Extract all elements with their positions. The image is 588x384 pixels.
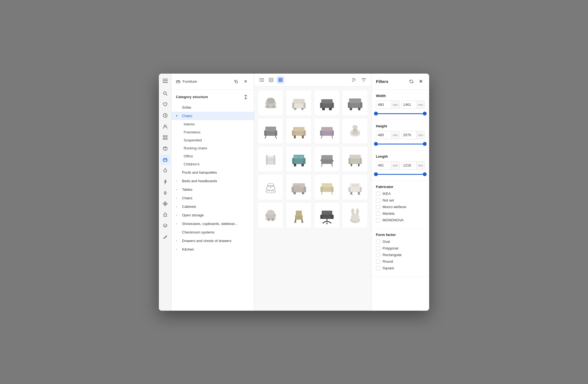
search-icon[interactable]	[160, 88, 170, 98]
product-card-1[interactable]	[258, 90, 284, 116]
close-window-button[interactable]: ✕	[241, 77, 250, 86]
sidebar-item-kitchen[interactable]: › Kitchen	[172, 245, 254, 254]
sidebar-item-beds[interactable]: › Beds and headboards	[172, 177, 254, 185]
sidebar-item-open-storage[interactable]: › Open storage	[172, 211, 254, 219]
filter-length-slider[interactable]	[376, 172, 425, 177]
filter-height-max-input[interactable]	[402, 131, 416, 138]
checkbox-polygonal[interactable]	[376, 246, 380, 251]
filter-formfactor-square[interactable]: Square	[376, 266, 425, 270]
checkbox-oval[interactable]	[376, 240, 380, 244]
sidebar: Furniture ✕ Category structure	[172, 74, 254, 311]
product-card-13[interactable]	[258, 174, 284, 200]
filter-width-slider[interactable]	[376, 111, 425, 116]
pen-icon[interactable]	[160, 232, 170, 242]
checkbox-square[interactable]	[376, 266, 380, 270]
checkbox-martela[interactable]	[376, 211, 380, 216]
tree-icon[interactable]	[160, 210, 170, 220]
cube-icon[interactable]	[160, 144, 170, 154]
product-card-11[interactable]	[314, 146, 340, 172]
filter-formfactor-rectangular[interactable]: Rectangular	[376, 253, 425, 257]
sidebar-item-cabinets[interactable]: › Cabinets	[172, 202, 254, 211]
filter-width-min-input[interactable]	[376, 101, 391, 108]
sort-button[interactable]	[350, 76, 359, 84]
sidebar-sort-button[interactable]	[242, 93, 250, 101]
product-card-15[interactable]	[314, 174, 340, 200]
sidebar-subitem-interior[interactable]: Interior	[172, 120, 254, 128]
restore-button[interactable]	[232, 77, 240, 86]
sidebar-subitem-frameless[interactable]: Frameless	[172, 128, 254, 136]
product-card-5[interactable]	[258, 118, 284, 144]
product-card-4[interactable]	[342, 90, 368, 116]
checkbox-mnogo[interactable]	[376, 205, 380, 209]
range-thumb-max[interactable]	[423, 142, 427, 146]
checkbox-round[interactable]	[376, 259, 380, 264]
heart-icon[interactable]	[160, 100, 170, 109]
range-thumb-min[interactable]	[374, 172, 378, 176]
checkbox-mononova[interactable]	[376, 218, 380, 222]
list-view-button[interactable]	[258, 76, 266, 84]
checkbox-rectangular[interactable]	[376, 253, 380, 257]
svg-line-122	[322, 164, 322, 167]
grid2-icon[interactable]	[160, 133, 170, 143]
product-card-20[interactable]	[342, 202, 368, 228]
clock-icon[interactable]	[160, 111, 170, 120]
sidebar-item-chairs[interactable]: ▾ Chairs	[172, 112, 254, 120]
product-card-7[interactable]	[314, 118, 340, 144]
filter-length-max-input[interactable]	[402, 162, 416, 169]
sidebar-item-showcases[interactable]: › Showcases, cupboards, sideboar...	[172, 219, 254, 228]
filter-fabricator-mnogo[interactable]: Много мебели	[376, 205, 425, 209]
range-thumb-min[interactable]	[374, 112, 378, 116]
furniture-icon[interactable]	[160, 155, 170, 165]
sidebar-subitem-rocking[interactable]: Rocking chairs	[172, 144, 254, 152]
filter-button[interactable]	[360, 76, 368, 84]
sidebar-item-chairs2[interactable]: › Chairs	[172, 194, 254, 202]
sidebar-subitem-suspended[interactable]: Suspended	[172, 136, 254, 144]
product-card-8[interactable]	[342, 118, 368, 144]
product-card-12[interactable]	[342, 146, 368, 172]
filter-length-min-input[interactable]	[376, 162, 391, 169]
grid-sm-view-button[interactable]	[267, 76, 275, 84]
sidebar-subitem-office[interactable]: Office	[172, 152, 254, 160]
product-card-18[interactable]	[286, 202, 312, 228]
layers-icon[interactable]	[160, 221, 170, 231]
range-thumb-min[interactable]	[374, 142, 378, 146]
sidebar-item-tables[interactable]: › Tables	[172, 185, 254, 194]
sidebar-item-sofas[interactable]: › Sofas	[172, 103, 254, 112]
sidebar-subitem-childrens[interactable]: Children's	[172, 160, 254, 168]
product-card-10[interactable]	[286, 146, 312, 172]
filter-formfactor-oval[interactable]: Oval	[376, 240, 425, 244]
product-card-16[interactable]	[342, 174, 368, 200]
menu-icon[interactable]	[160, 76, 170, 86]
filter-fabricator-notset[interactable]: Not set	[376, 198, 425, 203]
filter-formfactor-round[interactable]: Round	[376, 259, 425, 264]
filter-fabricator-mononova[interactable]: MONONOVA	[376, 218, 425, 222]
sidebar-item-drawers[interactable]: › Drawers and chests of drawers	[172, 237, 254, 245]
product-card-6[interactable]	[286, 118, 312, 144]
filter-width-max-input[interactable]	[402, 101, 416, 108]
sidebar-item-poufs[interactable]: › Poufs and banquettes	[172, 168, 254, 177]
product-card-2[interactable]	[286, 90, 312, 116]
product-card-19[interactable]	[314, 202, 340, 228]
flower-icon[interactable]	[160, 199, 170, 209]
checkbox-notset[interactable]	[376, 198, 380, 203]
range-thumb-max[interactable]	[423, 172, 427, 176]
checkbox-ikea[interactable]	[376, 192, 380, 196]
product-card-9[interactable]	[258, 146, 284, 172]
product-card-14[interactable]	[286, 174, 312, 200]
range-thumb-max[interactable]	[423, 112, 427, 116]
product-card-17[interactable]	[258, 202, 284, 228]
sidebar-item-checkroom[interactable]: › Checkroom systems	[172, 228, 254, 237]
grid-md-view-button[interactable]	[276, 76, 285, 84]
filter-formfactor-polygonal[interactable]: Polygonal	[376, 246, 425, 251]
filter-height-min-input[interactable]	[376, 131, 391, 138]
filter-fabricator-ikea[interactable]: IKEA	[376, 192, 425, 196]
filters-close-button[interactable]: ✕	[416, 77, 425, 86]
lightning-icon[interactable]	[160, 177, 170, 187]
filter-fabricator-martela[interactable]: Martela	[376, 211, 425, 216]
product-card-3[interactable]	[314, 90, 340, 116]
drop-icon[interactable]	[160, 166, 170, 176]
filter-height-slider[interactable]	[376, 141, 425, 146]
lamp-icon[interactable]	[160, 188, 170, 198]
user-icon[interactable]	[160, 122, 170, 131]
filters-reset-button[interactable]	[407, 77, 415, 86]
